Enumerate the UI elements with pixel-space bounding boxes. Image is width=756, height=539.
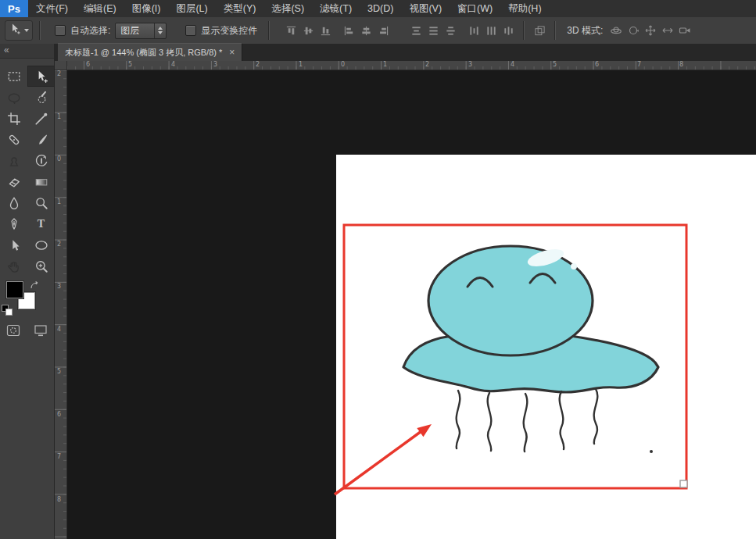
ruler-number: 8	[57, 497, 61, 503]
gradient-tool[interactable]	[27, 171, 55, 192]
ruler-number: 1	[57, 114, 61, 120]
align-vertical-centers-button[interactable]	[299, 23, 317, 38]
ruler-number: 0	[57, 156, 61, 162]
separator	[554, 21, 556, 40]
document-tab-bar: 未标题-1 @ 144% (椭圆 3 拷贝, RGB/8) * ×	[55, 44, 756, 61]
menu-file[interactable]: 文件(F)	[28, 0, 76, 17]
ruler-number: 1	[57, 199, 61, 205]
color-swatches	[0, 280, 54, 317]
3d-roll-button[interactable]	[625, 23, 642, 38]
menu-select[interactable]: 选择(S)	[263, 0, 312, 17]
ruler-number: 3	[468, 62, 472, 68]
show-transform-checkbox[interactable]	[185, 25, 196, 36]
3d-pan-button[interactable]	[642, 23, 659, 38]
screen-mode-button[interactable]	[33, 323, 48, 341]
jellyfish-highlight-small	[571, 263, 577, 270]
brush-tool[interactable]	[27, 129, 55, 150]
distribute-top-button[interactable]	[407, 23, 425, 38]
ruler-number: 6	[86, 62, 90, 68]
ruler-number: 7	[57, 454, 61, 460]
menu-layer[interactable]: 图层(L)	[168, 0, 215, 17]
distribute-bottom-button[interactable]	[442, 23, 459, 38]
3d-rotate-button[interactable]	[607, 23, 625, 38]
photoshop-window: Ps 文件(F) 编辑(E) 图像(I) 图层(L) 类型(Y) 选择(S) 滤…	[0, 0, 756, 539]
ruler-number: 0	[341, 62, 345, 68]
align-right-button[interactable]	[374, 23, 392, 38]
menu-help[interactable]: 帮助(H)	[500, 0, 549, 17]
ruler-number: 1	[383, 62, 387, 68]
move-tool[interactable]	[27, 66, 55, 87]
ruler-number: 2	[57, 241, 61, 248]
dodge-tool[interactable]	[27, 192, 55, 213]
show-transform-label: 显示变换控件	[201, 24, 257, 37]
auto-select-target-dropdown[interactable]: 图层	[115, 23, 167, 39]
canvas-area[interactable]	[67, 70, 756, 539]
menu-window[interactable]: 窗口(W)	[450, 0, 500, 17]
3d-zoom-button[interactable]	[676, 23, 693, 38]
chevron-down-icon	[24, 29, 29, 32]
ruler-number: 4	[511, 62, 514, 68]
auto-align-layers-button[interactable]	[531, 23, 548, 38]
document-tab[interactable]: 未标题-1 @ 144% (椭圆 3 拷贝, RGB/8) * ×	[58, 43, 242, 61]
menu-edit[interactable]: 编辑(E)	[76, 0, 124, 17]
distribute-left-button[interactable]	[465, 23, 482, 38]
type-tool[interactable]: T	[27, 213, 55, 234]
menu-image[interactable]: 图像(I)	[124, 0, 169, 17]
crop-tool[interactable]	[0, 108, 27, 129]
tool-preset-picker[interactable]	[5, 20, 33, 41]
ruler-number: 3	[213, 62, 217, 68]
mode-3d-label: 3D 模式:	[567, 24, 603, 37]
toolbar-collapse-button[interactable]: «	[0, 44, 54, 59]
menu-filter[interactable]: 滤镜(T)	[312, 0, 360, 17]
quick-mask-button[interactable]	[5, 323, 21, 341]
history-brush-tool[interactable]	[27, 150, 55, 171]
separator	[39, 21, 41, 40]
move-tool-icon	[9, 23, 21, 38]
ruler-number: 5	[553, 62, 557, 68]
distribute-vertical-centers-button[interactable]	[425, 23, 442, 38]
align-bottom-button[interactable]	[317, 23, 334, 38]
pen-tool[interactable]	[0, 213, 27, 234]
clone-stamp-tool[interactable]	[0, 150, 27, 171]
ruler-number: 4	[57, 327, 61, 333]
menu-bar: Ps 文件(F) 编辑(E) 图像(I) 图层(L) 类型(Y) 选择(S) 滤…	[0, 0, 756, 18]
eraser-tool[interactable]	[0, 171, 27, 192]
dropdown-value: 图层	[120, 24, 139, 37]
3d-slide-button[interactable]	[659, 23, 676, 38]
quick-selection-tool[interactable]	[27, 87, 55, 108]
ruler-number: 5	[57, 369, 61, 375]
ruler-number: 6	[57, 412, 61, 418]
hand-tool[interactable]	[0, 255, 27, 277]
transform-handle[interactable]	[680, 480, 687, 487]
ruler-number: 2	[425, 62, 429, 68]
panel-bottom-icons	[0, 323, 54, 341]
default-colors-icon[interactable]	[2, 305, 13, 316]
separator	[523, 21, 525, 40]
distribute-horizontal-centers-button[interactable]	[482, 23, 500, 38]
vertical-ruler: 2 1 0 1 2 3 4 5 6 7 8	[55, 70, 67, 539]
align-left-button[interactable]	[340, 23, 357, 38]
lasso-tool[interactable]	[0, 87, 27, 108]
menu-type[interactable]: 类型(Y)	[216, 0, 264, 17]
align-horizontal-centers-button[interactable]	[357, 23, 374, 38]
auto-select-checkbox[interactable]	[55, 25, 66, 36]
canvas-image	[67, 70, 756, 539]
distribute-right-button[interactable]	[500, 23, 517, 38]
ruler-number: 3	[57, 284, 61, 290]
rectangular-marquee-tool[interactable]	[0, 66, 27, 87]
blur-tool[interactable]	[0, 192, 27, 213]
tab-close-button[interactable]: ×	[229, 48, 235, 57]
menu-view[interactable]: 视图(V)	[401, 0, 450, 17]
ruler-number: 7	[637, 62, 641, 68]
foreground-color-swatch[interactable]	[6, 281, 23, 298]
tools-panel: « T	[0, 44, 55, 539]
menu-3d[interactable]: 3D(D)	[360, 0, 401, 17]
tool-options-bar: 自动选择: 图层 显示变换控件 3D	[0, 17, 756, 45]
path-selection-tool[interactable]	[0, 234, 27, 255]
zoom-tool[interactable]	[27, 255, 55, 277]
ruler-number: 6	[595, 62, 599, 68]
spot-healing-tool[interactable]	[0, 129, 27, 150]
eyedropper-tool[interactable]	[27, 108, 55, 129]
align-top-button[interactable]	[282, 23, 299, 38]
ellipse-shape-tool[interactable]	[27, 234, 55, 255]
